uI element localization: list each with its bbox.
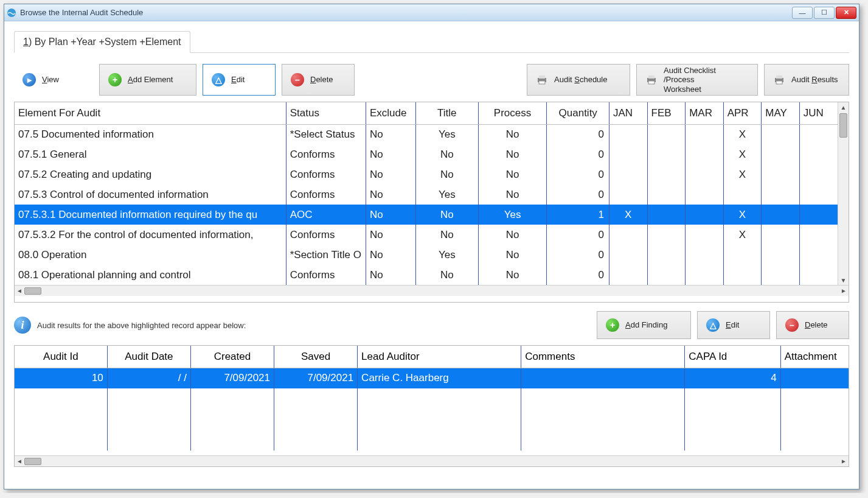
cell-month — [609, 184, 648, 205]
col-jun[interactable]: JUN — [799, 102, 838, 124]
vertical-scrollbar[interactable]: ▲ ▼ — [838, 102, 849, 285]
col-saved[interactable]: Saved — [274, 346, 358, 368]
horizontal-scrollbar[interactable]: ◄ ► — [15, 285, 849, 296]
audit-results-button[interactable]: Audit Results — [764, 64, 849, 96]
scroll-thumb[interactable] — [839, 113, 847, 138]
col-mar[interactable]: MAR — [686, 102, 724, 124]
cell: / / — [107, 368, 190, 388]
scroll-right-icon[interactable]: ► — [839, 457, 849, 466]
cell: 4 — [685, 368, 780, 388]
col-comments[interactable]: Comments — [521, 346, 685, 368]
cell: 07.5.3 Control of documented information — [15, 184, 286, 205]
cell-month: X — [723, 205, 762, 225]
cell-month — [762, 225, 800, 245]
table-row[interactable]: 08.0 Operation*Section Title ONoYesNo0 — [15, 245, 838, 265]
edit-finding-button[interactable]: △ Edit — [697, 311, 770, 339]
add-finding-button[interactable]: + Add Finding — [597, 311, 691, 339]
cell-month — [647, 144, 686, 164]
view-button[interactable]: ▸ View — [14, 64, 93, 96]
cell: No — [366, 225, 416, 245]
delete-finding-button[interactable]: – Delete — [776, 311, 849, 339]
cell-month — [723, 245, 762, 265]
window-title: Browse the Internal Audit Schedule — [20, 8, 143, 17]
col-exclude[interactable]: Exclude — [366, 102, 416, 124]
cell: 07.5 Documented information — [15, 124, 286, 144]
col-status[interactable]: Status — [286, 102, 366, 124]
col-capa[interactable]: CAPA Id — [685, 346, 780, 368]
cell: 10 — [15, 368, 107, 388]
cell-month — [686, 265, 724, 285]
col-jan[interactable]: JAN — [609, 102, 648, 124]
maximize-button[interactable]: ☐ — [814, 7, 835, 19]
col-title[interactable]: Title — [416, 102, 479, 124]
col-feb[interactable]: FEB — [647, 102, 686, 124]
cell: 07.5.1 General — [15, 144, 286, 164]
schedule-table[interactable]: Element For Audit Status Exclude Title P… — [15, 102, 838, 285]
cell: 0 — [547, 225, 609, 245]
cell — [521, 368, 685, 388]
results-header-row: Audit Id Audit Date Created Saved Lead A… — [15, 346, 849, 368]
close-button[interactable]: ✕ — [836, 7, 856, 19]
cell: *Section Title O — [286, 245, 366, 265]
audit-checklist-button[interactable]: Audit Checklist /Process Worksheet — [636, 64, 758, 96]
table-row[interactable]: 07.5.2 Creating and updatingConformsNoNo… — [15, 164, 838, 184]
cell-month — [647, 205, 686, 225]
col-audit-id[interactable]: Audit Id — [15, 346, 107, 368]
col-attachment[interactable]: Attachment — [780, 346, 849, 368]
tab-by-plan[interactable]: 1) By Plan +Year +System +Element — [14, 31, 190, 53]
cell: No — [478, 124, 547, 144]
add-element-button[interactable]: + Add Element — [99, 64, 196, 96]
col-element[interactable]: Element For Audit — [15, 102, 286, 124]
cell: 07.5.3.1 Documented information required… — [15, 205, 286, 225]
delete-button[interactable]: – Delete — [282, 64, 355, 96]
results-table[interactable]: Audit Id Audit Date Created Saved Lead A… — [15, 346, 849, 451]
info-icon: i — [14, 317, 31, 334]
empty-row — [15, 409, 849, 430]
col-quantity[interactable]: Quantity — [547, 102, 609, 124]
print-icon — [645, 74, 658, 85]
scroll-left-icon[interactable]: ◄ — [15, 286, 24, 296]
cell: No — [416, 225, 479, 245]
table-row[interactable]: 07.5.3.2 For the control of documented i… — [15, 225, 838, 245]
table-row[interactable]: 07.5.3 Control of documented information… — [15, 184, 838, 205]
hscroll-thumb[interactable] — [24, 287, 41, 295]
table-row[interactable]: 08.1 Operational planning and controlCon… — [15, 265, 838, 285]
audit-schedule-button[interactable]: Audit Schedule — [527, 64, 630, 96]
cell-month — [762, 124, 800, 144]
cell: 0 — [547, 164, 609, 184]
cell-month — [686, 205, 724, 225]
col-apr[interactable]: APR — [723, 102, 762, 124]
cell: Yes — [416, 124, 479, 144]
hscroll-thumb[interactable] — [24, 458, 41, 465]
cell: No — [416, 205, 479, 225]
cell: 7/09/2021 — [274, 368, 358, 388]
cell-month — [609, 164, 648, 184]
col-process[interactable]: Process — [478, 102, 547, 124]
results-row[interactable]: 10/ /7/09/20217/09/2021Carrie C. Haarber… — [15, 368, 849, 388]
cell-month — [799, 184, 838, 205]
results-hscroll[interactable]: ◄ ► — [15, 455, 849, 466]
minimize-button[interactable]: — — [792, 7, 813, 19]
edit-button[interactable]: △ Edit — [203, 64, 276, 96]
cell: No — [366, 245, 416, 265]
scroll-up-icon[interactable]: ▲ — [838, 102, 849, 112]
print-icon — [536, 74, 548, 85]
scroll-right-icon[interactable]: ► — [839, 286, 849, 296]
col-may[interactable]: MAY — [762, 102, 800, 124]
cell-month — [686, 164, 724, 184]
cell-month: X — [723, 225, 762, 245]
scroll-left-icon[interactable]: ◄ — [15, 457, 24, 466]
cell: 1 — [547, 205, 609, 225]
table-row[interactable]: 07.5 Documented information*Select Statu… — [15, 124, 838, 144]
table-row[interactable]: 07.5.3.1 Documented information required… — [15, 205, 838, 225]
col-lead[interactable]: Lead Auditor — [358, 346, 521, 368]
table-row[interactable]: 07.5.1 GeneralConformsNoNoNo0X — [15, 144, 838, 164]
titlebar: Browse the Internal Audit Schedule — ☐ ✕ — [4, 4, 859, 21]
cell-month — [762, 164, 800, 184]
cell-month — [762, 245, 800, 265]
col-created[interactable]: Created — [190, 346, 274, 368]
col-audit-date[interactable]: Audit Date — [107, 346, 190, 368]
app-window: Browse the Internal Audit Schedule — ☐ ✕… — [4, 4, 859, 489]
scroll-down-icon[interactable]: ▼ — [838, 275, 849, 285]
cell: No — [478, 164, 547, 184]
